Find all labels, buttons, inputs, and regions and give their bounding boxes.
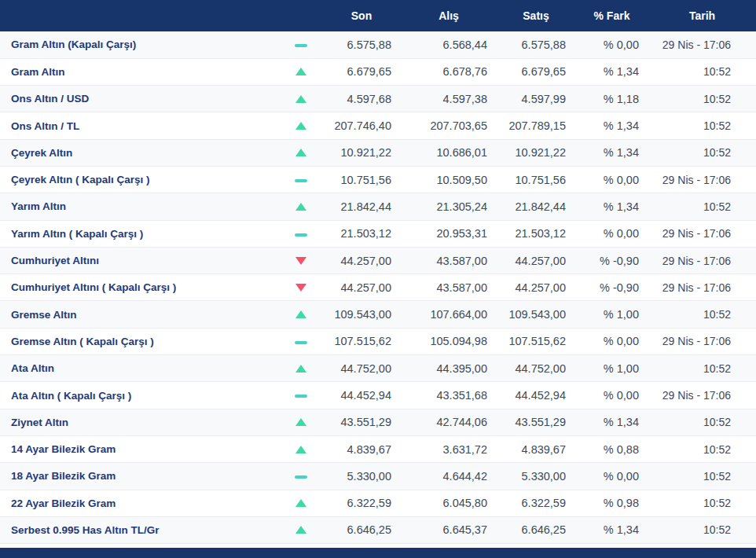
trend-cell (280, 193, 322, 220)
footer-bar (0, 548, 756, 558)
table-row[interactable]: 14 Ayar Bilezik Gram 4.839,67 3.631,72 4… (0, 435, 756, 462)
instrument-name-link[interactable]: Gremse Altın (0, 301, 280, 328)
table-row[interactable]: Çeyrek Altın 10.921,22 10.686,01 10.921,… (0, 139, 756, 166)
last-price: 44.752,00 (322, 355, 401, 382)
percent-change: % 1,34 (575, 516, 648, 543)
last-price: 107.515,62 (322, 328, 401, 354)
percent-change: % 1,00 (575, 355, 648, 382)
instrument-name-link[interactable]: Ons Altın / USD (0, 86, 280, 112)
last-update-time: 29 Nis - 17:06 (648, 31, 756, 58)
table-row[interactable]: 22 Ayar Bilezik Gram 6.322,59 6.045,80 6… (0, 490, 756, 516)
sell-price: 10.751,56 (497, 166, 575, 193)
sell-price: 4.597,99 (497, 86, 575, 112)
instrument-name-link[interactable]: Yarım Altın ( Kapalı Çarşı ) (0, 220, 280, 247)
table-row[interactable]: Ata Altın ( Kapalı Çarşı ) 44.452,94 43.… (0, 382, 756, 409)
instrument-name-link[interactable]: Gremse Altın ( Kapalı Çarşı ) (0, 328, 280, 354)
table-row[interactable]: Cumhuriyet Altını ( Kapalı Çarşı ) 44.25… (0, 274, 756, 301)
instrument-name-link[interactable]: 18 Ayar Bilezik Gram (0, 463, 280, 490)
table-row[interactable]: 18 Ayar Bilezik Gram 5.330,00 4.644,42 5… (0, 463, 756, 490)
trend-up-icon (295, 203, 306, 211)
instrument-name-link[interactable]: 22 Ayar Bilezik Gram (0, 490, 280, 516)
header-fark: % Fark (575, 0, 648, 31)
table-row[interactable]: Gremse Altın 109.543,00 107.664,00 109.5… (0, 301, 756, 328)
buy-price: 44.395,00 (401, 355, 497, 382)
last-update-time: 29 Nis - 17:06 (648, 328, 756, 354)
trend-cell (280, 58, 322, 85)
trend-cell (280, 112, 322, 139)
trend-cell (280, 274, 322, 301)
header-alis: Alış (401, 0, 497, 31)
sell-price: 107.515,62 (497, 328, 575, 354)
trend-cell (280, 301, 322, 328)
buy-price: 4.644,42 (401, 463, 497, 490)
percent-change: % 0,00 (575, 220, 648, 247)
buy-price: 43.587,00 (401, 274, 497, 301)
last-price: 6.322,59 (322, 490, 401, 516)
instrument-name-link[interactable]: Ons Altın / TL (0, 112, 280, 139)
percent-change: % 0,00 (575, 31, 648, 58)
last-update-time: 10:52 (648, 463, 756, 490)
trend-cell (280, 86, 322, 112)
percent-change: % 1,34 (575, 193, 648, 220)
instrument-name-link[interactable]: 14 Ayar Bilezik Gram (0, 435, 280, 462)
buy-price: 107.664,00 (401, 301, 497, 328)
trend-up-icon (295, 310, 306, 318)
instrument-name-link[interactable]: Ata Altın ( Kapalı Çarşı ) (0, 382, 280, 409)
trend-flat-icon (295, 44, 307, 47)
table-row[interactable]: Ons Altın / TL 207.746,40 207.703,65 207… (0, 112, 756, 139)
table-row[interactable]: Ziynet Altın 43.551,29 42.744,06 43.551,… (0, 409, 756, 435)
trend-up-icon (295, 68, 306, 75)
last-price: 44.257,00 (322, 247, 401, 273)
instrument-name-link[interactable]: Serbest 0.995 Has Altın TL/Gr (0, 516, 280, 543)
table-row[interactable]: Serbest 0.995 Has Altın TL/Gr 6.646,25 6… (0, 516, 756, 543)
table-row[interactable]: Çeyrek Altın ( Kapalı Çarşı ) 10.751,56 … (0, 166, 756, 193)
instrument-name-link[interactable]: Cumhuriyet Altını ( Kapalı Çarşı ) (0, 274, 280, 301)
instrument-name-link[interactable]: Yarım Altın (0, 193, 280, 220)
instrument-name-link[interactable]: Gram Altın (Kapalı Çarşı) (0, 31, 280, 58)
table-row[interactable]: Ata Altın 44.752,00 44.395,00 44.752,00 … (0, 355, 756, 382)
percent-change: % 0,00 (575, 382, 648, 409)
percent-change: % 0,00 (575, 463, 648, 490)
trend-cell (280, 247, 322, 273)
buy-price: 6.678,76 (401, 58, 497, 85)
last-update-time: 10:52 (648, 355, 756, 382)
last-price: 6.679,65 (322, 58, 401, 85)
last-update-time: 10:52 (648, 490, 756, 516)
instrument-name-link[interactable]: Ziynet Altın (0, 409, 280, 435)
table-row[interactable]: Gram Altın 6.679,65 6.678,76 6.679,65 % … (0, 58, 756, 85)
instrument-name-link[interactable]: Çeyrek Altın (0, 139, 280, 166)
table-row[interactable]: Cumhuriyet Altını 44.257,00 43.587,00 44… (0, 247, 756, 273)
buy-price: 105.094,98 (401, 328, 497, 354)
buy-price: 6.568,44 (401, 31, 497, 58)
trend-up-icon (295, 149, 306, 156)
table-row[interactable]: Gram Altın (Kapalı Çarşı) 6.575,88 6.568… (0, 31, 756, 58)
instrument-name-link[interactable]: Çeyrek Altın ( Kapalı Çarşı ) (0, 166, 280, 193)
instrument-name-link[interactable]: Gram Altın (0, 58, 280, 85)
table-row[interactable]: Ons Altın / USD 4.597,68 4.597,38 4.597,… (0, 86, 756, 112)
last-update-time: 10:52 (648, 409, 756, 435)
last-update-time: 29 Nis - 17:06 (648, 166, 756, 193)
trend-cell (280, 220, 322, 247)
table-row[interactable]: Yarım Altın ( Kapalı Çarşı ) 21.503,12 2… (0, 220, 756, 247)
instrument-name-link[interactable]: Cumhuriyet Altını (0, 247, 280, 273)
trend-cell (280, 139, 322, 166)
trend-cell (280, 463, 322, 490)
table-row[interactable]: Yarım Altın 21.842,44 21.305,24 21.842,4… (0, 193, 756, 220)
percent-change: % 1,00 (575, 301, 648, 328)
buy-price: 10.686,01 (401, 139, 497, 166)
table-row[interactable]: Gremse Altın ( Kapalı Çarşı ) 107.515,62… (0, 328, 756, 354)
trend-cell (280, 328, 322, 354)
sell-price: 6.322,59 (497, 490, 575, 516)
last-update-time: 10:52 (648, 139, 756, 166)
trend-flat-icon (295, 233, 307, 237)
last-update-time: 29 Nis - 17:06 (648, 247, 756, 273)
trend-flat-icon (295, 475, 307, 479)
last-price: 109.543,00 (322, 301, 401, 328)
last-update-time: 10:52 (648, 435, 756, 462)
trend-flat-icon (295, 341, 307, 344)
sell-price: 6.575,88 (497, 31, 575, 58)
percent-change: % 1,18 (575, 86, 648, 112)
header-tarih: Tarih (648, 0, 756, 31)
instrument-name-link[interactable]: Ata Altın (0, 355, 280, 382)
trend-down-icon (295, 284, 306, 292)
